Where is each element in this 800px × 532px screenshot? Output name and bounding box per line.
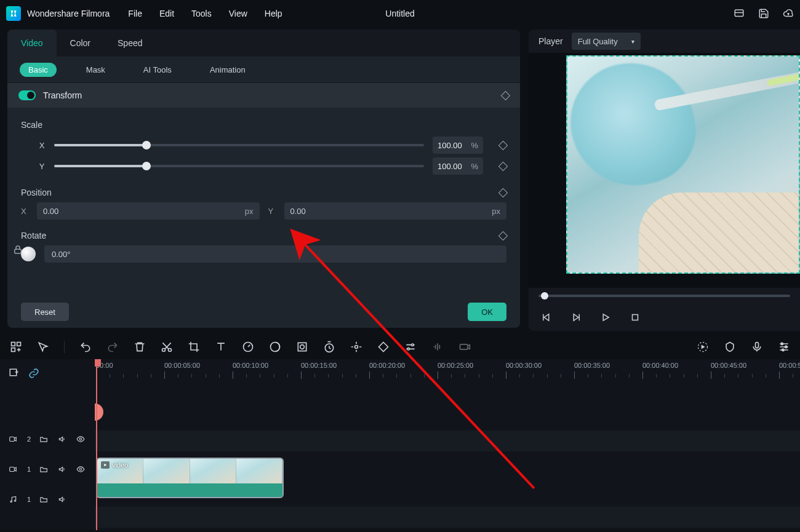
link-icon[interactable] <box>28 368 39 379</box>
timeline-toolbar <box>0 335 800 359</box>
scale-y-value[interactable]: 100.00 % <box>433 157 483 175</box>
svg-rect-3 <box>12 343 15 346</box>
folder-icon[interactable] <box>39 465 49 474</box>
duration-icon[interactable] <box>323 341 335 353</box>
svg-rect-23 <box>10 437 15 442</box>
ruler-label: 00:00:20:00 <box>369 362 405 369</box>
menu-view[interactable]: View <box>229 9 247 18</box>
selection-frame[interactable] <box>566 55 800 274</box>
prev-frame-icon[interactable] <box>541 312 552 323</box>
transform-section-header[interactable]: Transform <box>7 83 520 108</box>
color-icon[interactable] <box>269 341 281 353</box>
svg-point-13 <box>355 346 358 349</box>
pos-y-field[interactable]: 0.00 px <box>284 202 507 220</box>
keyframe-icon[interactable] <box>498 140 508 150</box>
subtab-basic[interactable]: Basic <box>20 63 57 77</box>
timeline: 2 1 1 00:0000:00:05:0000:00:10:0000:00:1… <box>0 359 800 530</box>
save-icon[interactable] <box>758 8 769 19</box>
subtab-mask[interactable]: Mask <box>78 63 114 77</box>
tab-video[interactable]: Video <box>7 30 57 57</box>
cut-icon[interactable] <box>161 341 173 353</box>
visibility-icon[interactable] <box>76 435 86 443</box>
tracking-icon[interactable] <box>350 341 362 353</box>
svg-rect-4 <box>17 343 21 346</box>
transform-toggle[interactable] <box>18 90 36 100</box>
timeline-clip[interactable]: video <box>96 458 284 498</box>
svg-point-19 <box>781 343 783 344</box>
pos-x-label: X <box>21 207 28 216</box>
mute-icon[interactable] <box>58 495 68 504</box>
audio-tool-icon[interactable] <box>431 341 444 353</box>
keyframe-icon[interactable] <box>498 231 508 240</box>
tab-speed[interactable]: Speed <box>104 30 156 57</box>
track-header-video-1[interactable]: 1 <box>0 453 95 486</box>
menu-edit[interactable]: Edit <box>159 9 174 18</box>
timeline-ruler[interactable]: 00:0000:00:05:0000:00:10:0000:00:15:0000… <box>95 359 800 380</box>
ruler-label: 00:00:25:00 <box>438 362 473 369</box>
text-icon[interactable] <box>215 341 227 353</box>
mute-icon[interactable] <box>58 465 68 474</box>
stop-icon[interactable] <box>630 312 641 323</box>
menu-tools[interactable]: Tools <box>191 9 212 18</box>
quality-dropdown[interactable]: Full Quality ▾ <box>572 33 641 50</box>
preview-viewport[interactable] <box>529 53 800 288</box>
adjust-icon[interactable] <box>404 341 417 353</box>
player-scrubber[interactable] <box>538 295 790 297</box>
menu-help[interactable]: Help <box>265 9 282 18</box>
svg-point-14 <box>412 344 414 346</box>
undo-icon[interactable] <box>79 341 92 353</box>
subtab-ai-tools[interactable]: AI Tools <box>135 63 180 77</box>
folder-icon[interactable] <box>39 435 49 443</box>
marker-icon[interactable] <box>724 341 736 353</box>
mute-icon[interactable] <box>58 435 68 443</box>
ruler-label: 00:00:40:00 <box>642 362 678 369</box>
mixer-icon[interactable] <box>778 341 790 353</box>
layout-icon[interactable] <box>734 8 745 19</box>
speed-icon[interactable] <box>242 341 254 353</box>
folder-icon[interactable] <box>39 495 49 504</box>
playhead[interactable] <box>96 359 97 530</box>
keyframe-icon[interactable] <box>498 161 508 171</box>
play-icon[interactable] <box>600 312 611 323</box>
cursor-icon[interactable] <box>37 341 49 353</box>
svg-point-28 <box>14 500 15 501</box>
position-label: Position <box>21 188 52 197</box>
pos-y-label: Y <box>268 207 276 216</box>
delete-icon[interactable] <box>134 341 146 353</box>
keyframe-icon[interactable] <box>501 90 511 100</box>
track-header-video-2[interactable]: 2 <box>0 426 95 453</box>
timeline-tracks-area[interactable]: 00:0000:00:05:0000:00:10:0000:00:15:0000… <box>95 359 800 530</box>
scale-x-axis-label: X <box>38 141 46 150</box>
scale-x-slider[interactable] <box>54 144 424 146</box>
reset-button[interactable]: Reset <box>21 303 69 321</box>
lock-aspect-icon[interactable] <box>12 244 23 255</box>
subtab-animation[interactable]: Animation <box>201 63 254 77</box>
pos-x-field[interactable]: 0.00 px <box>37 202 260 220</box>
scale-y-slider[interactable] <box>54 165 424 167</box>
greenscreen-icon[interactable] <box>296 341 308 353</box>
add-track-icon[interactable] <box>9 368 20 379</box>
menu-file[interactable]: File <box>128 9 142 18</box>
scale-x-value[interactable]: 100.00 % <box>433 137 483 154</box>
clip-name: video <box>112 461 128 469</box>
ruler-label: 00:00:30:00 <box>506 362 542 369</box>
play-step-icon[interactable] <box>570 312 582 323</box>
crop-icon[interactable] <box>188 341 200 353</box>
ok-button[interactable]: OK <box>468 303 506 321</box>
keyframe-icon[interactable] <box>498 188 508 197</box>
cloud-upload-icon[interactable] <box>783 8 794 19</box>
voiceover-icon[interactable] <box>751 341 763 353</box>
document-title: Untitled <box>385 9 414 18</box>
render-icon[interactable] <box>458 341 471 353</box>
tab-color[interactable]: Color <box>57 30 104 57</box>
rotate-field[interactable]: 0.00° <box>44 245 506 263</box>
add-media-icon[interactable] <box>10 341 22 353</box>
keyframe-tool-icon[interactable] <box>377 341 390 353</box>
visibility-icon[interactable] <box>76 465 86 474</box>
svg-point-21 <box>782 349 784 351</box>
redo-icon[interactable] <box>106 341 119 353</box>
properties-panel: Video Color Speed Basic Mask AI Tools An… <box>7 30 520 328</box>
track-header-audio-1[interactable]: 1 <box>0 486 95 513</box>
svg-point-26 <box>79 468 82 470</box>
render-preview-icon[interactable] <box>697 341 709 353</box>
